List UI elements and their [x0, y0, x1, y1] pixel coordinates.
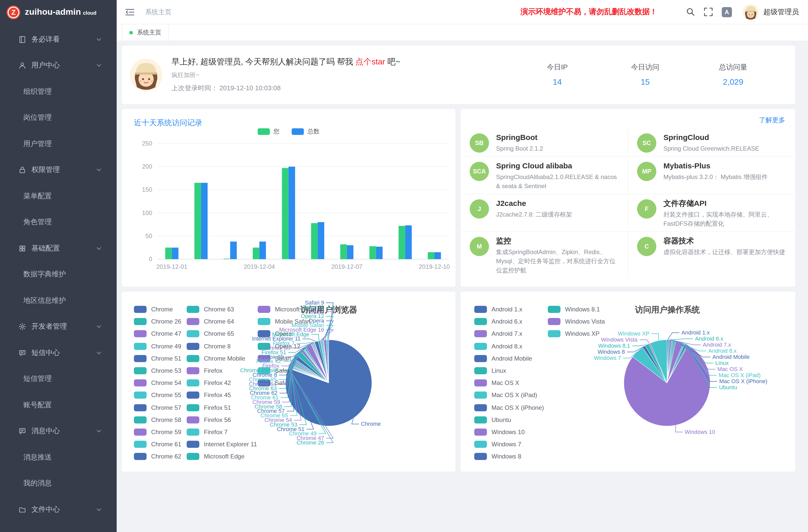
sidebar-subitem-1-1[interactable]: 岗位管理: [0, 105, 117, 131]
username[interactable]: 超级管理员: [764, 7, 799, 17]
tech-item-0: SBSpringBootSpring Boot 2.1.2: [461, 128, 628, 157]
greeting-avatar: [130, 59, 162, 91]
sidebar-subitem-label: 消息推送: [23, 453, 52, 462]
tab-active-dot: [129, 31, 133, 34]
sidebar-item-5[interactable]: 短信中心: [0, 340, 117, 366]
app-logo[interactable]: Z zuihou-admin cloud: [0, 0, 117, 24]
sidebar-subitem-label: 我的消息: [23, 479, 52, 488]
tech-badge: J: [470, 199, 489, 219]
user-icon: [18, 61, 26, 70]
svg-text:250: 250: [142, 140, 152, 147]
svg-text:100: 100: [142, 209, 152, 216]
sms-icon: [18, 349, 26, 357]
browser-pie-card: 访问用户浏览器 ChromeChrome 26Chrome 47Chrome 4…: [122, 292, 456, 472]
sidebar-subitem-6-1[interactable]: 我的消息: [0, 471, 117, 496]
svg-text:Android 6.x: Android 6.x: [695, 335, 723, 342]
breadcrumb: 系统主页: [145, 7, 171, 17]
sidebar-subitem-1-0[interactable]: 组织管理: [0, 79, 117, 105]
legend-chip: [258, 128, 270, 135]
sidebar-item-2[interactable]: 权限管理: [0, 157, 117, 183]
sidebar-subitem-3-0[interactable]: 数据字典维护: [0, 261, 117, 288]
browser-pie-chart[interactable]: Safari 9Safari 11SafariOpera 12OperaMobi…: [122, 292, 456, 472]
tech-item-7: C容器技术虚拟化容器技术，让迁移、部署更加方便快捷: [628, 232, 795, 278]
learn-more-link[interactable]: 了解更多: [759, 116, 785, 125]
app-title: zuihou-admin: [25, 7, 81, 17]
sidebar-subitem-1-2[interactable]: 用户管理: [0, 131, 117, 157]
search-icon[interactable]: [686, 7, 695, 16]
sidebar-subitem-6-0[interactable]: 消息推送: [0, 444, 117, 471]
tab-home[interactable]: 系统主页: [122, 24, 169, 41]
user-avatar[interactable]: [742, 4, 759, 20]
demo-warning-text: 演示环境维护不易，请勿乱删乱改数据！: [520, 7, 657, 17]
svg-text:Windows 8: Windows 8: [598, 349, 625, 355]
menu-collapse-icon[interactable]: [125, 8, 134, 16]
sidebar-subitem-2-0[interactable]: 菜单配置: [0, 183, 117, 209]
star-link[interactable]: 点个star: [355, 57, 385, 66]
svg-text:2019-12-07: 2019-12-07: [331, 263, 362, 270]
chevron-down-icon: [96, 167, 102, 173]
sidebar-subitem-5-1[interactable]: 账号配置: [0, 392, 117, 418]
svg-text:Android 7.x: Android 7.x: [703, 342, 731, 348]
sidebar-subitem-label: 组织管理: [23, 87, 52, 96]
sidebar-subitem-2-1[interactable]: 角色管理: [0, 209, 117, 235]
sidebar-item-4[interactable]: 开发者管理: [0, 314, 117, 340]
svg-text:Windows 8.1: Windows 8.1: [598, 343, 630, 349]
chevron-down-icon: [96, 245, 102, 252]
os-pie-chart[interactable]: Windows XPWindows VistaWindows 8.1Window…: [461, 292, 795, 472]
sidebar-item-label: 短信中心: [32, 348, 60, 357]
greeting-text: 早上好, 超级管理员, 今天帮别人解决问题了吗 帮我 点个star 吧~ 疯狂加…: [171, 57, 513, 93]
sidebar-subitem-label: 用户管理: [23, 140, 52, 149]
sidebar-item-3[interactable]: 基础配置: [0, 235, 117, 261]
sidebar-subitem-label: 账号配置: [23, 401, 52, 410]
svg-text:Linux: Linux: [715, 360, 729, 366]
sidebar-subitem-label: 岗位管理: [23, 113, 52, 123]
svg-text:Windows 7: Windows 7: [594, 355, 621, 361]
bar-legend-1[interactable]: 总数: [292, 127, 319, 136]
tech-title: Spring Cloud alibaba: [496, 161, 618, 170]
sidebar-menu: 务必详看用户中心组织管理岗位管理用户管理权限管理菜单配置角色管理基础配置数据字典…: [0, 24, 117, 522]
sidebar-item-6[interactable]: 消息中心: [0, 418, 117, 444]
last-login-time: 2019-12-10 10:03:08: [219, 84, 280, 92]
message-icon: [18, 427, 26, 435]
sidebar-item-1[interactable]: 用户中心: [0, 53, 117, 79]
tech-badge: SCA: [470, 162, 489, 181]
pies-row: 访问用户浏览器 ChromeChrome 26Chrome 47Chrome 4…: [122, 292, 795, 472]
tech-item-2: SCASpring Cloud alibabaSpringCloudAlibab…: [461, 157, 628, 194]
tech-desc: Mybatis-plus 3.2.0： Mybatis 增强组件: [663, 172, 768, 182]
sidebar-subitem-5-0[interactable]: 短信管理: [0, 366, 117, 392]
chevron-down-icon: [96, 350, 102, 356]
sidebar-subitem-3-1[interactable]: 地区信息维护: [0, 288, 117, 314]
svg-text:2019-12-04: 2019-12-04: [244, 263, 275, 270]
sidebar-item-0[interactable]: 务必详看: [0, 26, 117, 53]
visits-chart-card: 近十天系统访问记录 您总数 0501001502002502019-12-012…: [122, 109, 456, 287]
tech-title: 容器技术: [663, 236, 785, 245]
tech-desc: Spring Boot 2.1.2: [496, 144, 543, 153]
svg-text:2019-12-01: 2019-12-01: [156, 263, 187, 270]
svg-text:Mac OS X (iPhone): Mac OS X (iPhone): [719, 378, 767, 384]
svg-text:0: 0: [149, 256, 152, 262]
chevron-down-icon: [96, 507, 102, 513]
stat-value: 14: [513, 78, 601, 87]
main-column: 系统主页 演示环境维护不易，请勿乱删乱改数据！ A 超级管理员 系统主页: [117, 0, 808, 532]
sidebar-item-label: 务必详看: [32, 35, 60, 44]
tech-title: 监控: [496, 236, 618, 245]
stat-value: 15: [601, 78, 689, 87]
grid-icon: [18, 244, 26, 253]
sidebar-item-label: 消息中心: [32, 427, 60, 436]
bar-legend-0[interactable]: 您: [258, 127, 279, 136]
app-title-badge: cloud: [83, 10, 96, 16]
tech-badge: SC: [637, 133, 656, 153]
sidebar-item-label: 开发者管理: [32, 322, 67, 331]
svg-text:Mac OS X (iPad): Mac OS X (iPad): [719, 372, 760, 378]
tech-grid: SBSpringBootSpring Boot 2.1.2SCSpringClo…: [461, 128, 795, 278]
sidebar-item-label: 权限管理: [32, 166, 60, 175]
svg-text:Windows 10: Windows 10: [685, 429, 715, 435]
lock-icon: [18, 166, 26, 174]
legend-label: 总数: [307, 127, 319, 136]
stat-label: 今日访问: [601, 63, 689, 72]
sidebar-item-7[interactable]: 文件中心: [0, 496, 117, 522]
tech-title: Mybatis-Plus: [663, 161, 768, 170]
charts-row: 近十天系统访问记录 您总数 0501001502002502019-12-012…: [122, 109, 795, 287]
font-size-icon[interactable]: A: [722, 7, 732, 17]
fullscreen-icon[interactable]: [704, 7, 713, 16]
